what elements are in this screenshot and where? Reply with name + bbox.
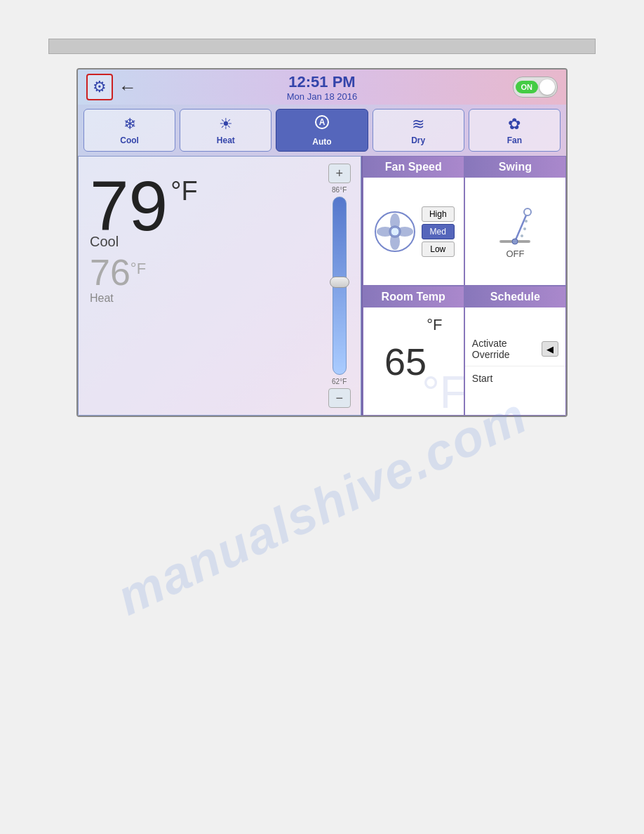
temp-increase-button[interactable]: + bbox=[328, 164, 351, 183]
fan-spin-icon bbox=[373, 209, 417, 254]
slider-track[interactable] bbox=[333, 197, 347, 375]
set-temp-row: 79 °F Cool 76 °F Heat bbox=[90, 164, 354, 408]
auto-label: Auto bbox=[312, 137, 331, 147]
start-label: Start bbox=[472, 373, 493, 384]
temp-panel: 79 °F Cool 76 °F Heat + 86°F bbox=[78, 156, 361, 416]
heat-temp-label: Heat bbox=[90, 292, 114, 305]
start-row: Start bbox=[465, 366, 565, 390]
room-temp-unit: °F bbox=[427, 316, 442, 334]
gear-icon: ⚙ bbox=[93, 78, 107, 96]
swing-header: Swing bbox=[465, 157, 565, 178]
svg-point-16 bbox=[525, 220, 528, 223]
header-row: ⚙ ← 12:51 PM Mon Jan 18 2016 ON bbox=[78, 70, 566, 105]
fan-speed-buttons: High Med Low bbox=[422, 206, 455, 257]
heat-icon: ☀ bbox=[219, 115, 233, 133]
cool-label: Cool bbox=[120, 135, 139, 145]
svg-point-14 bbox=[521, 234, 523, 237]
swing-body: OFF bbox=[465, 178, 565, 285]
mode-heat-button[interactable]: ☀ Heat bbox=[180, 109, 271, 152]
room-temp-panel: Room Temp 65 °F °F bbox=[363, 286, 464, 416]
dry-icon: ≋ bbox=[412, 115, 424, 133]
room-temp-header: Room Temp bbox=[363, 286, 464, 307]
power-toggle[interactable]: ON bbox=[513, 77, 558, 98]
speed-low-button[interactable]: Low bbox=[422, 241, 455, 257]
top-bar bbox=[48, 39, 596, 54]
mode-dry-button[interactable]: ≋ Dry bbox=[373, 109, 464, 152]
date-display: Mon Jan 18 2016 bbox=[287, 91, 357, 102]
svg-point-13 bbox=[524, 208, 531, 216]
temperature-slider[interactable]: + 86°F 62°F − bbox=[327, 164, 352, 408]
time-block: 12:51 PM Mon Jan 18 2016 bbox=[287, 73, 357, 102]
room-temp-watermark: °F bbox=[422, 366, 464, 415]
svg-point-8 bbox=[391, 227, 399, 236]
fan-mode-icon: ✿ bbox=[508, 115, 521, 133]
swing-status-label: OFF bbox=[506, 249, 524, 259]
temp-decrease-button[interactable]: − bbox=[328, 388, 351, 408]
override-arrow-button[interactable]: ◀ bbox=[542, 341, 558, 357]
heat-label: Heat bbox=[217, 135, 235, 145]
slider-thumb[interactable] bbox=[330, 277, 349, 288]
dry-label: Dry bbox=[411, 135, 425, 145]
fan-speed-header: Fan Speed bbox=[363, 157, 464, 178]
mode-row: ❄ Cool ☀ Heat A Auto ≋ Dry ✿ Fan bbox=[78, 105, 566, 156]
schedule-panel: Schedule Activate Override ◀ Start bbox=[464, 286, 566, 416]
device-container: ⚙ ← 12:51 PM Mon Jan 18 2016 ON ❄ Cool ☀… bbox=[76, 68, 568, 417]
fan-speed-body: High Med Low bbox=[363, 178, 464, 285]
watermark: manualshive.com bbox=[108, 386, 535, 626]
power-slider-circle bbox=[539, 79, 555, 95]
schedule-body: Activate Override ◀ Start bbox=[465, 307, 565, 415]
speed-med-button[interactable]: Med bbox=[422, 224, 455, 239]
auto-icon: A bbox=[314, 114, 330, 135]
swing-panel: Swing OFF bbox=[464, 156, 566, 286]
mode-auto-button[interactable]: A Auto bbox=[276, 109, 368, 152]
speed-high-button[interactable]: High bbox=[422, 206, 455, 222]
swing-icon bbox=[494, 204, 536, 246]
svg-point-12 bbox=[512, 239, 518, 244]
back-arrow[interactable]: ← bbox=[119, 77, 137, 98]
set-temp-unit: °F bbox=[170, 176, 197, 206]
right-panels: Fan Speed High Med Low bbox=[361, 156, 566, 416]
fan-label: Fan bbox=[507, 135, 522, 145]
fan-speed-panel: Fan Speed High Med Low bbox=[363, 156, 464, 286]
slider-min-label: 62°F bbox=[332, 378, 347, 385]
heat-temp-unit: °F bbox=[130, 260, 146, 278]
mode-cool-button[interactable]: ❄ Cool bbox=[83, 109, 175, 152]
power-on-label: ON bbox=[516, 81, 539, 93]
override-row: Activate Override ◀ bbox=[465, 332, 565, 366]
room-temp-body: 65 °F °F bbox=[363, 307, 464, 415]
room-temp-value: 65 bbox=[384, 343, 427, 380]
activate-override-label: Activate Override bbox=[472, 338, 542, 360]
svg-text:A: A bbox=[319, 117, 326, 127]
heat-temp-value: 76 bbox=[90, 254, 130, 291]
set-temp-value: 79 bbox=[90, 171, 168, 241]
main-content: 79 °F Cool 76 °F Heat + 86°F bbox=[78, 156, 566, 416]
schedule-header: Schedule bbox=[465, 286, 565, 307]
time-display: 12:51 PM bbox=[287, 73, 357, 91]
slider-max-label: 86°F bbox=[332, 186, 347, 194]
cool-icon: ❄ bbox=[123, 115, 136, 133]
svg-point-15 bbox=[523, 227, 526, 230]
mode-fan-button[interactable]: ✿ Fan bbox=[469, 109, 561, 152]
settings-button[interactable]: ⚙ bbox=[86, 74, 113, 100]
set-temp-label: Cool bbox=[90, 234, 119, 250]
